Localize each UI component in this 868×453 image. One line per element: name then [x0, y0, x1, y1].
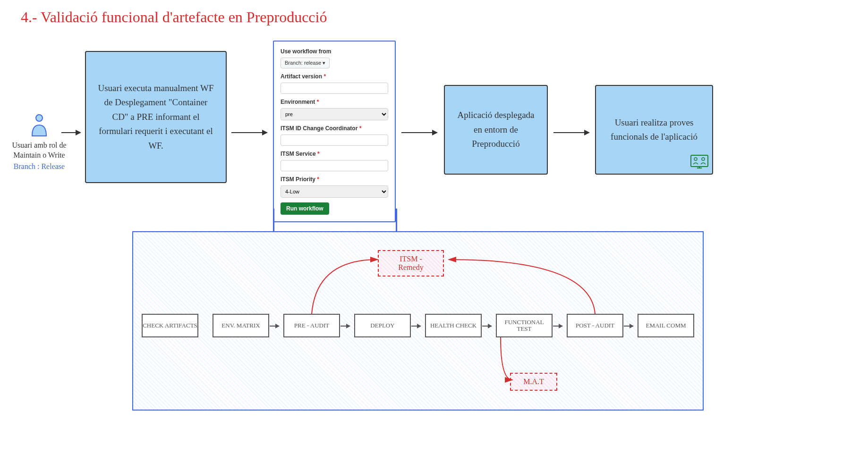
step-box-deployed: Aplicació desplegada en entorn de Prepro…	[444, 85, 548, 175]
form-label-environment: Environment *	[281, 99, 388, 105]
form-label-itsm-priority: ITSM Priority *	[281, 176, 388, 183]
arrow-icon	[482, 326, 492, 327]
artifact-version-input[interactable]	[281, 83, 388, 94]
actor-block: Usuari amb rol de Maintain o Write Branc…	[9, 113, 70, 171]
pipeline-step-functional-test: FUNCTIONAL TEST	[496, 314, 553, 337]
arrow-icon	[624, 326, 633, 327]
arrow-icon	[401, 132, 437, 133]
branch-selector[interactable]: Branch: release ▾	[281, 58, 330, 68]
pipeline-step-env-matrix: ENV. MATRIX	[213, 314, 269, 337]
diagram-title: 4.- Validació funcional d'artefacte en P…	[21, 8, 327, 26]
callout-mat: M.A.T	[510, 373, 557, 391]
environment-select[interactable]: pre	[281, 108, 388, 120]
user-icon	[30, 113, 49, 137]
pipeline-step-post-audit: POST - AUDIT	[567, 314, 623, 337]
arrow-icon	[553, 132, 589, 133]
svg-point-5	[702, 158, 705, 160]
svg-point-0	[36, 115, 43, 121]
actor-branch: Branch : Release	[9, 162, 70, 171]
step-box-1: Usuari executa manualment WF de Desplega…	[85, 51, 227, 183]
itsm-priority-select[interactable]: 4-Low	[281, 185, 388, 198]
arrow-icon	[411, 326, 421, 327]
form-label-artifact: Artifact version *	[281, 73, 388, 80]
testing-icon	[690, 155, 708, 170]
connector-line	[396, 209, 397, 231]
pipeline-step-pre-audit: PRE - AUDIT	[283, 314, 340, 337]
run-workflow-button[interactable]: Run workflow	[281, 202, 329, 215]
itsm-service-input[interactable]	[281, 160, 388, 171]
pipeline-step-check-artifacts: CHECK ARTIFACTS	[142, 314, 198, 337]
arrow-icon	[231, 132, 267, 133]
itsm-id-input[interactable]	[281, 134, 388, 146]
callout-itsm-remedy: ITSM - Remedy	[378, 250, 444, 277]
pipeline-step-deploy: DEPLOY	[354, 314, 411, 337]
connector-line	[273, 209, 274, 231]
pipeline-step-health-check: HEALTH CHECK	[425, 314, 482, 337]
arrow-icon	[61, 132, 80, 133]
arrow-icon	[340, 326, 350, 327]
arrow-icon	[270, 326, 279, 327]
workflow-form: Use workflow from Branch: release ▾ Arti…	[273, 41, 396, 222]
step-box-tests: Usuari realitza proves funcionals de l'a…	[595, 85, 713, 175]
branch-label: Branch: release	[285, 60, 321, 66]
step-box-tests-label: Usuari realitza proves funcionals de l'a…	[605, 116, 703, 144]
arrow-icon	[553, 326, 562, 327]
svg-rect-1	[691, 155, 708, 167]
form-label-itsm-id: ITSM ID Change Coordinator *	[281, 125, 388, 132]
actor-label: Usuari amb rol de Maintain o Write	[9, 141, 70, 160]
pipeline-step-email-comm: EMAIL COMM	[638, 314, 694, 337]
svg-point-4	[694, 158, 697, 160]
form-label-itsm-service: ITSM Service *	[281, 151, 388, 157]
form-label-workflow-from: Use workflow from	[281, 48, 388, 55]
